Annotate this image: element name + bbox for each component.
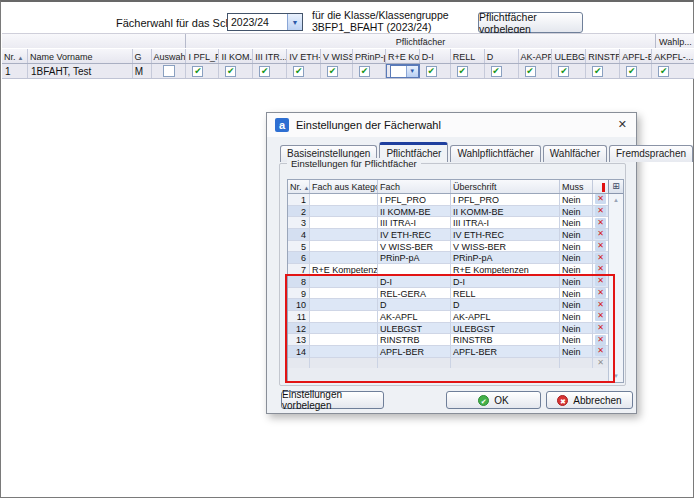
header-subject-4[interactable]: IV ETH-... [287,49,321,63]
table-row[interactable]: 6PRinP-pAPRinP-pANein✕ [288,252,609,264]
checkbox-checked[interactable]: ✔ [225,66,236,77]
checkbox-checked[interactable]: ✔ [192,66,203,77]
delete-cell[interactable]: ✕ [593,346,609,358]
tab-wahlpflichtfaecher[interactable]: Wahlpflichtfächer [450,145,540,162]
delete-row-icon[interactable]: ✕ [595,288,606,298]
header-subject-1[interactable]: I PFL_P... [186,49,219,63]
header-subject-8[interactable]: D-I [420,49,451,63]
table-row[interactable]: 7R+E KompetenzenR+E KompetenzenNein✕ [288,264,609,276]
header-subject-9[interactable]: RELL [451,49,485,63]
delete-row-icon[interactable]: ✕ [595,229,606,239]
scroll-up-icon[interactable]: ▲ [609,194,623,206]
delete-row-icon[interactable]: ✕ [595,206,606,216]
delete-cell[interactable]: ✕ [593,264,609,276]
checkbox-checked[interactable]: ✔ [426,66,437,77]
delete-cell[interactable]: ✕ [593,241,609,253]
table-row[interactable]: 10DDNein✕ [288,299,609,311]
subject-cell-akpfl[interactable]: ✔ [652,64,694,78]
header-subject-15[interactable]: AKPFL-... [652,49,694,63]
header-auswahl[interactable]: Auswahl [152,49,187,63]
subject-cell-akapfl[interactable]: ✔ [519,64,553,78]
checkbox-checked[interactable]: ✔ [592,66,603,77]
tab-fremdsprachen[interactable]: Fremdsprachen [609,145,693,162]
header-subject-14[interactable]: APFL-B... [620,49,652,63]
auswahl-checkbox-cell[interactable] [152,64,187,78]
scroll-down-icon[interactable]: ▼ [609,370,623,382]
subject-cell-rell[interactable]: ✔ [451,64,485,78]
header-subject-5[interactable]: V WISS... [321,49,353,63]
table-row[interactable]: 11AK-APFLAK-APFLNein✕ [288,311,609,323]
settings-prefill-button[interactable]: Einstellungen vorbelegen [281,391,384,409]
col-delete[interactable] [593,180,609,193]
delete-row-icon[interactable]: ✕ [595,335,606,345]
ok-button[interactable]: ✔ OK [446,391,541,409]
subject-cell-rinstrb[interactable]: ✔ [586,64,620,78]
header-subject-12[interactable]: ULEBGST [552,49,586,63]
auswahl-checkbox[interactable] [163,65,175,77]
header-nr[interactable]: Nr.▲ [2,49,28,63]
col-muss[interactable]: Muss [560,180,593,193]
delete-row-icon[interactable]: ✕ [595,311,606,321]
header-subject-6[interactable]: PRinP-pA [353,49,386,63]
table-row[interactable]: 9REL-GERARELLNein✕ [288,288,609,300]
header-g[interactable]: G [133,49,152,63]
delete-cell[interactable]: ✕ [593,311,609,323]
checkbox-checked[interactable]: ✔ [457,66,468,77]
subject-cell-iikom[interactable]: ✔ [219,64,253,78]
delete-cell[interactable]: ✕ [593,276,609,288]
delete-cell[interactable]: ✕ [593,299,609,311]
table-row[interactable]: 1I PFL_PROI PFL_PRONein✕ [288,194,609,206]
delete-row-icon[interactable]: ✕ [595,300,606,310]
subject-cell-re-kompetenzen[interactable]: ▼ [386,64,420,78]
subject-cell-prinp[interactable]: ✔ [353,64,386,78]
subject-cell-iiiitr[interactable]: ✔ [253,64,287,78]
checkbox-checked[interactable]: ✔ [525,66,536,77]
column-chooser-icon[interactable]: ⊞ [608,180,623,194]
delete-cell[interactable]: ✕ [593,334,609,346]
chevron-down-icon[interactable]: ▼ [406,66,418,77]
subject-cell-ulebgst[interactable]: ✔ [552,64,586,78]
delete-cell[interactable]: ✕ [593,217,609,229]
delete-row-icon[interactable]: ✕ [595,323,606,333]
table-row[interactable]: 4IV ETH-RECIV ETH-RECNein✕ [288,229,609,241]
delete-cell[interactable]: ✕ [593,288,609,300]
checkbox-checked[interactable]: ✔ [626,66,637,77]
subject-cell-d[interactable]: ✔ [485,64,519,78]
table-row[interactable]: 13RINSTRBRINSTRBNein✕ [288,334,609,346]
subject-cell-vwiss[interactable]: ✔ [321,64,353,78]
checkbox-checked[interactable]: ✔ [327,66,338,77]
vertical-scrollbar[interactable]: ▲ ▼ [608,194,623,382]
header-subject-2[interactable]: II KOM... [219,49,253,63]
delete-row-icon[interactable]: ✕ [595,241,606,251]
col-kategorie[interactable]: Fach aus Kategorie [310,180,378,193]
tab-wahlfaecher[interactable]: Wahlfächer [543,145,607,162]
table-row[interactable]: 5V WISS-BERV WISS-BERNein✕ [288,241,609,253]
header-subject-10[interactable]: D [485,49,519,63]
re-kompetenzen-combobox[interactable]: ▼ [390,65,419,78]
header-subject-7[interactable]: R+E Ko... [386,49,420,63]
delete-cell[interactable]: ✕ [593,206,609,218]
table-row[interactable]: 14APFL-BERAPFL-BERNein✕ [288,346,609,358]
student-row[interactable]: 1 1BFAHT, Test M ✔ ✔ ✔ ✔ ✔ ✔ ▼ ✔ ✔ ✔ ✔ ✔… [2,64,694,79]
checkbox-checked[interactable]: ✔ [359,66,370,77]
chevron-down-icon[interactable]: ▼ [287,14,302,30]
delete-cell[interactable]: ✕ [593,323,609,335]
delete-cell[interactable]: ✕ [593,252,609,264]
checkbox-checked[interactable]: ✔ [293,66,304,77]
delete-row-icon[interactable]: ✕ [595,253,606,263]
table-row[interactable]: 12ULEBGSTULEBGSTNein✕ [288,323,609,335]
subject-cell-iveth[interactable]: ✔ [287,64,321,78]
checkbox-checked[interactable]: ✔ [558,66,569,77]
table-row[interactable]: 3III ITRA-IIII ITRA-INein✕ [288,217,609,229]
delete-row-icon[interactable]: ✕ [595,194,606,204]
delete-row-icon[interactable]: ✕ [595,218,606,228]
col-fach[interactable]: Fach [378,180,451,193]
dialog-title-bar[interactable]: a Einstellungen der Fächerwahl ✕ [267,113,636,137]
checkbox-checked[interactable]: ✔ [259,66,270,77]
cancel-button[interactable]: ✖ Abbrechen [546,391,633,409]
subject-cell-di[interactable]: ✔ [420,64,451,78]
col-nr[interactable]: Nr.▲ [288,180,310,193]
delete-cell[interactable]: ✕ [593,194,609,206]
delete-row-icon[interactable]: ✕ [595,276,606,286]
school-year-select[interactable]: 2023/24 ▼ [227,13,303,31]
